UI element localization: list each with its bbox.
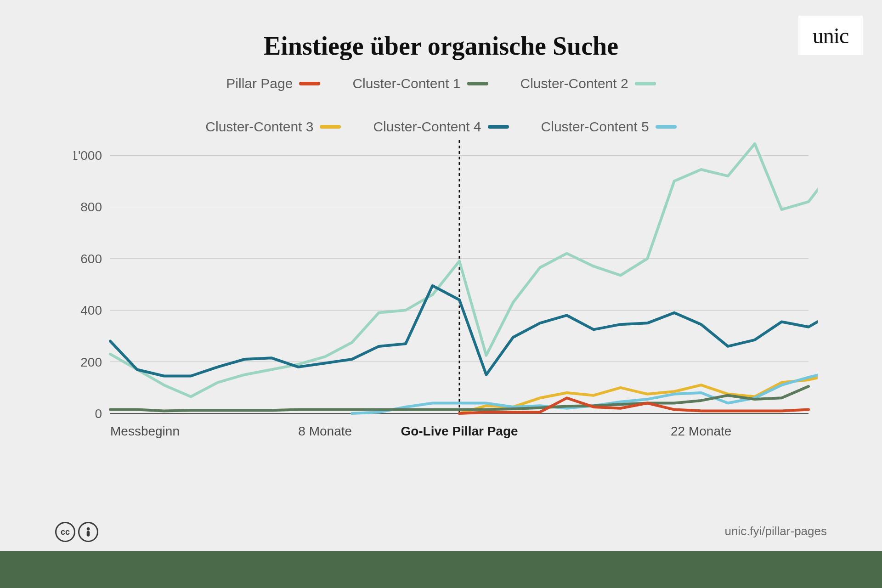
svg-text:1'000: 1'000 <box>74 148 102 163</box>
x-axis: Messbeginn8 MonateGo-Live Pillar Page22 … <box>110 424 731 438</box>
cc-text: cc <box>61 527 70 537</box>
legend-label: Pillar Page <box>226 76 293 91</box>
credit-url: unic.fyi/pillar-pages <box>724 524 827 538</box>
svg-text:22 Monate: 22 Monate <box>671 424 731 438</box>
legend-label: Cluster-Content 2 <box>520 76 628 91</box>
series-line <box>110 144 818 397</box>
series-line <box>110 286 818 376</box>
y-axis: 02004006008001'000 <box>74 148 102 421</box>
legend-item-pillar: Pillar Page <box>226 76 320 91</box>
legend: Pillar Page Cluster-Content 1 Cluster-Co… <box>0 76 882 135</box>
footer-bar <box>0 551 882 588</box>
chart-svg: 02004006008001'000 Messbeginn8 MonateGo-… <box>74 138 818 450</box>
svg-text:8 Monate: 8 Monate <box>298 424 352 438</box>
svg-point-17 <box>87 527 90 531</box>
cc-icon: cc <box>55 522 75 542</box>
legend-row-1: Pillar Page Cluster-Content 1 Cluster-Co… <box>0 76 882 91</box>
chart-title: Einstiege über organische Suche <box>0 31 882 61</box>
legend-item-cluster5: Cluster-Content 5 <box>541 119 677 135</box>
legend-label: Cluster-Content 4 <box>373 119 481 135</box>
svg-text:Messbeginn: Messbeginn <box>110 424 180 438</box>
svg-text:800: 800 <box>80 200 102 214</box>
page-root: unic Einstiege über organische Suche Pil… <box>0 0 882 588</box>
legend-label: Cluster-Content 3 <box>205 119 313 135</box>
legend-item-cluster4: Cluster-Content 4 <box>373 119 509 135</box>
legend-swatch <box>299 82 320 85</box>
legend-swatch <box>467 82 488 85</box>
legend-swatch <box>656 125 677 129</box>
legend-item-cluster2: Cluster-Content 2 <box>520 76 656 91</box>
attribution-icon <box>78 522 98 542</box>
svg-text:400: 400 <box>80 303 102 317</box>
chart-plot-area: 02004006008001'000 Messbeginn8 MonateGo-… <box>74 138 818 450</box>
license-icons: cc <box>55 522 98 542</box>
legend-label: Cluster-Content 1 <box>352 76 460 91</box>
svg-rect-18 <box>87 531 90 537</box>
legend-item-cluster3: Cluster-Content 3 <box>205 119 341 135</box>
legend-label: Cluster-Content 5 <box>541 119 649 135</box>
svg-text:200: 200 <box>80 355 102 369</box>
legend-swatch <box>635 82 656 85</box>
legend-swatch <box>320 125 341 129</box>
svg-text:Go-Live Pillar Page: Go-Live Pillar Page <box>401 424 518 438</box>
person-icon <box>84 527 92 537</box>
legend-item-cluster1: Cluster-Content 1 <box>352 76 488 91</box>
svg-text:0: 0 <box>95 407 102 421</box>
svg-text:600: 600 <box>80 252 102 266</box>
legend-row-2: Cluster-Content 3 Cluster-Content 4 Clus… <box>0 119 882 135</box>
legend-swatch <box>488 125 509 129</box>
series-lines <box>110 144 818 413</box>
